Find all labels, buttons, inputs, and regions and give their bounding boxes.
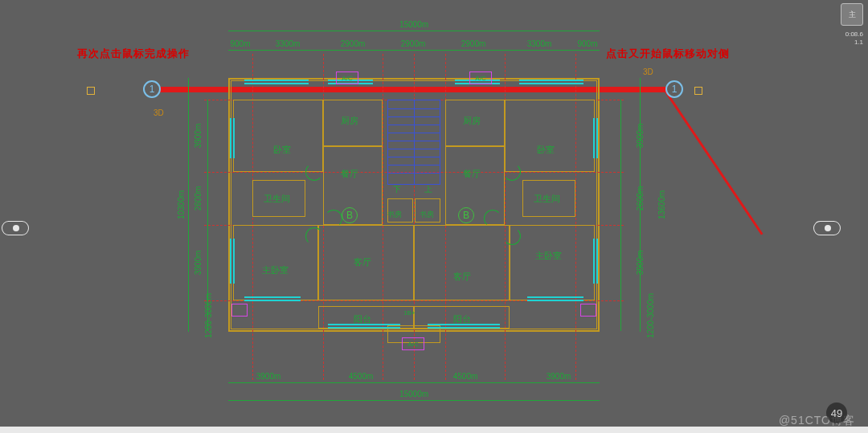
- room-living-r: [414, 225, 510, 300]
- view-eye-left-icon[interactable]: [2, 221, 29, 235]
- page-number-badge: 49: [826, 402, 847, 423]
- label-master-r: 主卧室: [535, 250, 562, 262]
- dim-top-total: 15000m: [228, 31, 600, 31]
- label-bath-r: 卫生间: [534, 193, 560, 205]
- dim-label: 2900m: [401, 39, 426, 48]
- dim-label: 4500m: [349, 372, 374, 381]
- dim-left-seg-0: 3900m: [207, 100, 208, 172]
- window-icon: [593, 239, 598, 284]
- dim-label: 2600m: [636, 186, 645, 211]
- status-bar: [0, 427, 868, 433]
- dim-top-seg-5: 3300m: [503, 50, 575, 51]
- window-icon: [527, 296, 583, 301]
- cad-canvas[interactable]: 再次点击鼠标完成操作 点击又开始鼠标移动对侧 1 1 3D 3D 主 0:08.…: [0, 0, 868, 433]
- ac-unit-small: [231, 304, 248, 317]
- ac-unit-small: [580, 304, 596, 317]
- label-bath-l: 卫生间: [264, 193, 290, 205]
- dim-label: 13600m: [657, 190, 666, 219]
- label-dining-r: 餐厅: [463, 168, 481, 180]
- dim-label: 10300m: [177, 190, 186, 219]
- door-icon: [325, 210, 342, 227]
- annotation-left: 再次点击鼠标完成操作: [77, 47, 190, 61]
- dim-top-seg-3: 2900m: [383, 50, 444, 51]
- dim-left-seg-2: 3900m: [207, 225, 208, 300]
- annotation-right: 点击又开始鼠标移动对侧: [606, 47, 730, 61]
- dim-label: 900m: [577, 39, 597, 48]
- dim-left-total: 10300m: [188, 78, 189, 332]
- grid-bubble-b-left[interactable]: B: [342, 207, 358, 223]
- window-icon: [244, 296, 301, 301]
- door-icon: [484, 210, 502, 227]
- marker-3d-left: 3D: [154, 108, 164, 117]
- label-bedroom-tr: 卧室: [537, 144, 555, 156]
- window-icon: [244, 80, 309, 84]
- dim-label: 3900m: [256, 372, 281, 381]
- mini-stat: 0:08.6 1.1: [845, 31, 863, 46]
- grid-bubble-b-right[interactable]: B: [458, 207, 474, 223]
- dim-label: 3900m: [194, 124, 203, 149]
- grid-bubble-1-left[interactable]: 1: [143, 80, 161, 98]
- dim-bot-seg-0: 3900m: [228, 382, 309, 383]
- dim-label: 1200-3000m: [646, 293, 655, 338]
- highlight-diagonal: [665, 91, 764, 235]
- staircase: [387, 100, 440, 185]
- label-bedroom-tl: 卧室: [273, 144, 291, 156]
- label-dining-l: 餐厅: [341, 168, 358, 180]
- mini-stat-1: 0:08.6: [845, 31, 863, 39]
- dim-label: 2900m: [341, 39, 366, 48]
- window-icon: [593, 118, 598, 158]
- label-kitchen-r: 厨房: [463, 115, 481, 127]
- label-shufang-l: 书房: [387, 210, 402, 220]
- dim-right-seg-3: 1200-3000m: [620, 300, 621, 331]
- dim-top-seg-0: 900m: [228, 50, 252, 51]
- gridline-v: [383, 54, 383, 380]
- dim-label: 3900m: [547, 372, 571, 381]
- dim-bot-total: 15000m: [228, 400, 600, 401]
- dim-label: 3900m: [636, 251, 645, 276]
- dim-top-seg-6: 900m: [575, 50, 600, 51]
- label-living-r: 客厅: [453, 271, 471, 283]
- label-shufang-r: 书房: [420, 210, 434, 220]
- stair-up-label: 上: [424, 184, 432, 195]
- dim-label: 3900m: [194, 251, 203, 276]
- room-bedroom-tr: [505, 100, 595, 172]
- dim-right-seg-0: 3900m: [620, 100, 621, 172]
- window-icon: [230, 239, 235, 284]
- label-kitchen-l: 厨房: [341, 115, 358, 127]
- dim-top-seg-1: 3300m: [252, 50, 323, 51]
- door-icon: [503, 227, 521, 245]
- dim-label: 15000m: [399, 20, 428, 29]
- dim-label: 3300m: [527, 39, 552, 48]
- dim-left-seg-1: 2600m: [207, 172, 208, 225]
- dim-top-seg-2: 2900m: [323, 50, 383, 51]
- stair-down-label: 下: [393, 184, 401, 195]
- dim-label: 900m: [230, 39, 250, 48]
- floor-plan[interactable]: 下 上 A/C A/C: [228, 78, 600, 332]
- ac-unit: A/C: [402, 337, 424, 350]
- room-master-r: [510, 225, 595, 300]
- room-bedroom-tl: [233, 100, 323, 172]
- dim-bot-seg-2: 4500m: [413, 382, 518, 383]
- window-icon: [519, 80, 583, 84]
- view-eye-right-icon[interactable]: [813, 221, 841, 235]
- dim-right-seg-1: 2600m: [620, 172, 621, 225]
- dim-bot-seg-3: 3900m: [518, 382, 600, 383]
- mini-stat-2: 1.1: [845, 39, 863, 47]
- dim-label: 3900m: [636, 124, 645, 149]
- label-balcony-l: 阳台: [354, 313, 371, 325]
- ac-unit: A/C: [336, 71, 358, 84]
- drag-handle-left[interactable]: [87, 87, 95, 95]
- dim-label: 2600m: [194, 186, 203, 211]
- label-living-l: 客厅: [354, 256, 371, 268]
- dim-bot-seg-1: 4500m: [309, 382, 413, 383]
- dim-right-seg-2: 3900m: [620, 225, 621, 300]
- viewcube[interactable]: 主: [841, 3, 863, 26]
- label-elev-mark: 1B+: [403, 309, 415, 317]
- door-icon: [305, 163, 323, 181]
- grid-bubble-1-right[interactable]: 1: [665, 80, 683, 98]
- dim-label: 3300m: [276, 39, 301, 48]
- dim-label: 2900m: [461, 39, 486, 48]
- drag-handle-right[interactable]: [694, 87, 702, 95]
- door-icon: [305, 227, 323, 245]
- ac-unit: A/C: [469, 71, 492, 84]
